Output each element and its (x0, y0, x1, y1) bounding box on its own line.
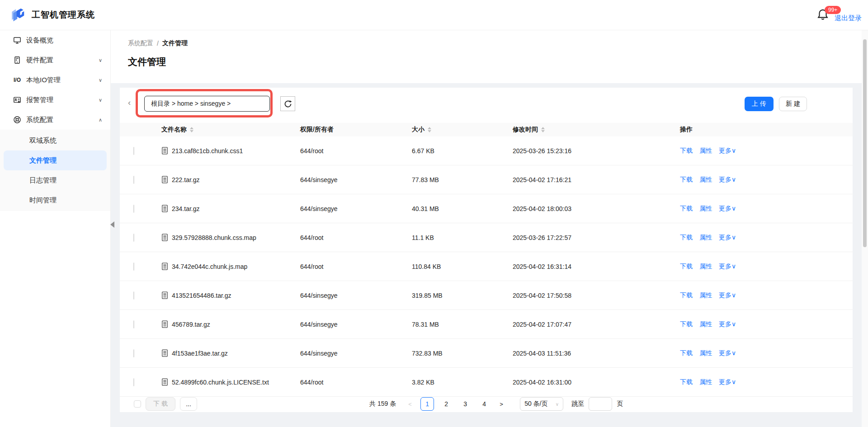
header-right: 99+ 退出登录 (816, 0, 862, 30)
upload-button[interactable]: 上 传 (745, 97, 774, 111)
properties-link[interactable]: 属性 (699, 291, 712, 300)
more-link[interactable]: 更多∨ (719, 176, 736, 184)
download-link[interactable]: 下载 (680, 205, 693, 213)
column-label: 权限/所有者 (300, 126, 334, 134)
breadcrumb-current: 文件管理 (162, 39, 188, 47)
page-scrollbar[interactable] (862, 30, 868, 427)
download-link[interactable]: 下载 (680, 349, 693, 357)
file-mtime: 2025-04-02 17:07:47 (513, 321, 680, 328)
properties-link[interactable]: 属性 (699, 147, 712, 155)
sidebar-subitem-2[interactable]: 日志管理 (4, 170, 107, 190)
more-link[interactable]: 更多∨ (719, 263, 736, 271)
properties-link[interactable]: 属性 (699, 378, 712, 386)
breadcrumb-parent[interactable]: 系统配置 (128, 39, 153, 47)
file-mtime: 2025-04-02 17:16:21 (513, 176, 680, 183)
properties-link[interactable]: 属性 (699, 263, 712, 271)
sidebar-item-3[interactable]: 报警管理∨ (0, 90, 110, 110)
column-owner: 权限/所有者 (300, 126, 412, 134)
page-size-value: 50 条/页 (524, 400, 547, 408)
sidebar-menu: 设备概览硬件配置∨I/O本地IO管理∨报警管理∨系统配置∧双域系统文件管理日志管… (0, 30, 110, 211)
column-label: 文件名称 (161, 126, 187, 134)
file-size: 110.84 KB (412, 263, 513, 270)
path-breadcrumb-input[interactable]: 根目录 > home > sinsegye > (144, 96, 270, 112)
row-checkbox[interactable] (133, 205, 134, 213)
pagination: 共 159 条 < 1234 > 50 条/页 ∨ 跳至 页 (369, 397, 623, 411)
more-link[interactable]: 更多∨ (719, 291, 736, 300)
notification-bell[interactable]: 99+ (816, 8, 832, 26)
sidebar-item-2[interactable]: I/O本地IO管理∨ (0, 70, 110, 90)
logout-link[interactable]: 退出登录 (835, 14, 862, 23)
page-size-select[interactable]: 50 条/页 ∨ (520, 397, 563, 411)
download-link[interactable]: 下载 (680, 378, 693, 386)
more-link[interactable]: 更多∨ (719, 349, 736, 357)
properties-link[interactable]: 属性 (699, 234, 712, 242)
jump-page-input[interactable] (589, 397, 612, 411)
total-count: 共 159 条 (369, 400, 396, 408)
table-row: 4f153ae1f3ae.tar.gz644/sinsegye732.83 MB… (120, 339, 853, 368)
more-link[interactable]: 更多∨ (719, 147, 736, 155)
more-actions-button[interactable]: ... (180, 397, 197, 411)
file-size: 40.31 MB (412, 205, 513, 212)
column-file-name[interactable]: 文件名称 (161, 126, 300, 134)
file-mtime: 2025-03-26 15:23:16 (513, 147, 680, 155)
select-all-checkbox[interactable] (134, 400, 141, 408)
file-mtime: 2025-04-02 17:50:58 (513, 292, 680, 299)
chevron-down-icon: ∨ (99, 77, 102, 83)
properties-link[interactable]: 属性 (699, 176, 712, 184)
row-checkbox[interactable] (133, 234, 134, 242)
download-link[interactable]: 下载 (680, 320, 693, 328)
row-checkbox[interactable] (133, 378, 134, 386)
batch-download-button[interactable]: 下 载 (146, 397, 175, 411)
page-button-3[interactable]: 3 (458, 397, 472, 411)
sidebar-subitem-1[interactable]: 文件管理 (4, 150, 107, 170)
more-link[interactable]: 更多∨ (719, 320, 736, 328)
column-size[interactable]: 大小 (412, 126, 513, 134)
properties-link[interactable]: 属性 (699, 349, 712, 357)
row-checkbox[interactable] (133, 349, 134, 357)
more-link[interactable]: 更多∨ (719, 205, 736, 213)
download-link[interactable]: 下载 (680, 234, 693, 242)
back-chevron-icon[interactable]: ‹ (128, 98, 131, 108)
sidebar-collapse-handle[interactable] (110, 221, 114, 228)
refresh-button[interactable] (280, 96, 295, 111)
sort-icon[interactable] (541, 127, 545, 132)
properties-link[interactable]: 属性 (699, 205, 712, 213)
row-checkbox[interactable] (133, 320, 134, 328)
more-link[interactable]: 更多∨ (719, 378, 736, 386)
download-link[interactable]: 下载 (680, 147, 693, 155)
sidebar-item-4[interactable]: 系统配置∧ (0, 110, 110, 130)
row-checkbox[interactable] (133, 176, 134, 184)
row-checkbox[interactable] (133, 263, 134, 271)
new-button[interactable]: 新 建 (779, 97, 807, 111)
scrollbar-thumb[interactable] (863, 39, 867, 247)
row-checkbox[interactable] (133, 291, 134, 300)
download-link[interactable]: 下载 (680, 176, 693, 184)
page-button-1[interactable]: 1 (420, 397, 434, 411)
download-link[interactable]: 下载 (680, 263, 693, 271)
file-mtime: 2025-04-02 18:00:03 (513, 205, 680, 212)
more-link[interactable]: 更多∨ (719, 234, 736, 242)
file-size: 319.85 MB (412, 292, 513, 299)
page-button-4[interactable]: 4 (477, 397, 491, 411)
file-name: 234.tar.gz (172, 205, 200, 212)
sort-icon[interactable] (428, 127, 431, 132)
sidebar-item-label: 系统配置 (26, 116, 99, 124)
table-footer: 下 载 ... 共 159 条 < 1234 > 50 条/页 ∨ 跳至 页 (120, 396, 853, 412)
next-page-button[interactable]: > (495, 401, 507, 408)
sidebar-subitem-3[interactable]: 时间管理 (4, 190, 107, 210)
download-link[interactable]: 下载 (680, 291, 693, 300)
row-checkbox[interactable] (133, 147, 134, 155)
file-owner: 644/sinsegye (300, 350, 412, 357)
prev-page-button[interactable]: < (404, 401, 416, 408)
table-row: 456789.tar.gz644/sinsegye78.31 MB2025-04… (120, 310, 853, 339)
sidebar-item-1[interactable]: 硬件配置∨ (0, 50, 110, 70)
page-button-2[interactable]: 2 (439, 397, 453, 411)
sidebar-item-label: 报警管理 (26, 96, 99, 104)
column-label: 修改时间 (513, 126, 538, 134)
column-mtime[interactable]: 修改时间 (513, 126, 680, 134)
sidebar-subitem-0[interactable]: 双域系统 (4, 131, 107, 150)
properties-link[interactable]: 属性 (699, 320, 712, 328)
file-name: 413521654486.tar.gz (172, 292, 231, 299)
sort-icon[interactable] (190, 127, 193, 132)
sidebar-item-0[interactable]: 设备概览 (0, 30, 110, 50)
